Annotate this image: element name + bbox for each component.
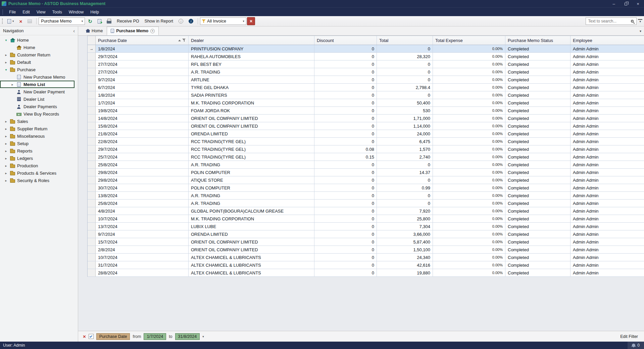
cell-total-expense[interactable]: 0.00% [433, 254, 505, 261]
cell-discount[interactable]: 0.15 [314, 153, 377, 161]
row-indicator[interactable] [88, 138, 96, 145]
cell-purchase-memo-status[interactable]: Completed [505, 161, 571, 168]
cell-purchase-memo-status[interactable]: Completed [505, 76, 571, 83]
cell-discount[interactable]: 0 [314, 161, 377, 168]
row-indicator[interactable]: → [88, 45, 96, 52]
row-indicator[interactable] [88, 246, 96, 253]
column-header-dealer[interactable]: Dealer [189, 36, 314, 45]
refresh-button[interactable]: ↻ [86, 17, 95, 25]
cell-discount[interactable]: 0 [314, 192, 377, 199]
cell-purchase-date[interactable]: 29/7/2024 [96, 53, 189, 60]
cell-purchase-date[interactable]: 27/7/2024 [96, 68, 189, 76]
cell-total-expense[interactable]: 0.00% [433, 207, 505, 215]
filter-from-value[interactable]: 1/7/2024 [144, 333, 166, 340]
cell-employee[interactable]: Admin Admin [571, 169, 644, 176]
about-button[interactable]: i [186, 17, 196, 25]
cell-purchase-date[interactable]: 13/7/2024 [96, 223, 189, 230]
cell-purchase-date[interactable]: 6/7/2024 [96, 84, 189, 91]
cell-purchase-memo-status[interactable]: Completed [505, 230, 571, 238]
table-row[interactable]: 13/7/2024LUBIX LUBE07,3040.00%CompletedA… [88, 223, 644, 230]
toolbar-overflow-button[interactable]: ▾ [638, 19, 642, 23]
cell-employee[interactable]: Admin Admin [571, 176, 644, 184]
table-row[interactable]: 25/8/2024A.R. TRADING000.00%CompletedAdm… [88, 200, 644, 207]
row-indicator[interactable] [88, 161, 96, 168]
cell-total[interactable]: 0.99 [377, 184, 433, 191]
cell-purchase-memo-status[interactable]: Completed [505, 45, 571, 52]
cell-employee[interactable]: Admin Admin [571, 161, 644, 168]
cell-discount[interactable]: 0 [314, 230, 377, 238]
cell-employee[interactable]: Admin Admin [571, 60, 644, 68]
cell-dealer[interactable]: LUBIX LUBE [189, 223, 314, 230]
cell-discount[interactable]: 0 [314, 261, 377, 269]
cell-purchase-memo-status[interactable]: Completed [505, 200, 571, 207]
cell-total[interactable]: 14.37 [377, 169, 433, 176]
cell-total-expense[interactable]: 0.00% [433, 176, 505, 184]
nav-item-security-roles[interactable]: ▸Security & Roles [0, 177, 78, 184]
table-row[interactable]: 29/7/2024RAHELA AUTOMOBILES028,3200.00%C… [88, 53, 644, 60]
cell-total-expense[interactable]: 0.00% [433, 184, 505, 191]
cell-total-expense[interactable]: 0.00% [433, 130, 505, 137]
row-indicator[interactable] [88, 238, 96, 246]
cell-purchase-memo-status[interactable]: Completed [505, 122, 571, 130]
cell-employee[interactable]: Admin Admin [571, 91, 644, 99]
filter-dropdown-caret[interactable]: ▾ [202, 335, 204, 338]
cell-dealer[interactable]: POLIN COMPUTER [189, 169, 314, 176]
table-row[interactable]: 1/8/2024SADIA PRINTERS000.00%CompletedAd… [88, 91, 644, 99]
column-header-purchase-memo-status[interactable]: Purchase Memo Status [505, 36, 571, 45]
cell-employee[interactable]: Admin Admin [571, 261, 644, 269]
cell-total-expense[interactable]: 0.00% [433, 115, 505, 122]
cell-dealer[interactable]: POLIN COMPUTER [189, 184, 314, 191]
cell-total[interactable]: 7,920 [377, 207, 433, 215]
column-header-total-expense[interactable]: Total Expense [433, 36, 505, 45]
cell-total-expense[interactable]: 0.00% [433, 84, 505, 91]
cell-purchase-memo-status[interactable]: Completed [505, 176, 571, 184]
table-row[interactable]: 29/7/2024RCC TRADING(TYRE GEL)0.081,5700… [88, 145, 644, 153]
table-row[interactable]: 22/8/2024RCC TRADING(TYRE GEL)06,4750.00… [88, 138, 644, 145]
table-row[interactable]: 9/7/2024ORENDA LIMITED03,66,0000.00%Comp… [88, 230, 644, 238]
cell-discount[interactable]: 0.08 [314, 145, 377, 153]
cell-purchase-date[interactable]: 1/7/2024 [96, 99, 189, 106]
table-row[interactable]: 4/8/2024GLOBAL POINT(BOGURA)CALCIUM GREA… [88, 207, 644, 215]
row-indicator[interactable] [88, 176, 96, 184]
row-indicator[interactable] [88, 84, 96, 91]
cell-total[interactable]: 1,50,100 [377, 246, 433, 253]
cell-purchase-memo-status[interactable]: Completed [505, 238, 571, 246]
cell-dealer[interactable]: RCC TRADING(TYRE GEL) [189, 153, 314, 161]
cell-purchase-memo-status[interactable]: Completed [505, 261, 571, 269]
cell-employee[interactable]: Admin Admin [571, 230, 644, 238]
cell-dealer[interactable]: RCC TRADING(TYRE GEL) [189, 138, 314, 145]
nav-item-home[interactable]: ▾Home [0, 36, 78, 44]
cell-total-expense[interactable]: 0.00% [433, 107, 505, 114]
cell-dealer[interactable]: ALTEX CHAMICEL & LUBRICANTS [189, 254, 314, 261]
cell-employee[interactable]: Admin Admin [571, 254, 644, 261]
cell-discount[interactable]: 0 [314, 269, 377, 276]
cell-total[interactable]: 0 [377, 60, 433, 68]
filter-field-chip[interactable]: Purchase Date [96, 333, 130, 340]
table-row[interactable]: 13/8/2024A.R. TRADING000.00%CompletedAdm… [88, 192, 644, 200]
cell-purchase-memo-status[interactable]: Completed [505, 246, 571, 253]
cell-purchase-memo-status[interactable]: Completed [505, 269, 571, 276]
cell-employee[interactable]: Admin Admin [571, 115, 644, 122]
row-indicator[interactable] [88, 145, 96, 153]
cell-total[interactable]: 24,000 [377, 130, 433, 137]
cell-purchase-memo-status[interactable]: Completed [505, 130, 571, 137]
chevron-right-icon[interactable]: ▸ [3, 53, 9, 57]
nav-item-production[interactable]: ▸Production [0, 162, 78, 169]
cell-discount[interactable]: 0 [314, 138, 377, 145]
nav-item-setup[interactable]: ▸Setup [0, 140, 78, 147]
row-indicator[interactable] [88, 192, 96, 199]
cell-purchase-date[interactable]: 4/8/2024 [96, 207, 189, 215]
cell-purchase-date[interactable]: 9/7/2024 [96, 230, 189, 238]
cell-total-expense[interactable]: 0.00% [433, 60, 505, 68]
row-indicator[interactable] [88, 230, 96, 238]
cell-purchase-date[interactable]: 13/8/2024 [96, 192, 189, 199]
cell-purchase-memo-status[interactable]: Completed [505, 223, 571, 230]
cell-discount[interactable]: 0 [314, 76, 377, 83]
cell-employee[interactable]: Admin Admin [571, 122, 644, 130]
cell-dealer[interactable]: A.R. TRADING [189, 192, 314, 199]
search-input[interactable] [586, 19, 631, 24]
row-indicator[interactable] [88, 76, 96, 83]
row-indicator[interactable] [88, 107, 96, 114]
table-row[interactable]: 19/8/2024FOAM JORDA ROK05300.00%Complete… [88, 107, 644, 115]
tab-home[interactable]: Home [82, 27, 107, 35]
